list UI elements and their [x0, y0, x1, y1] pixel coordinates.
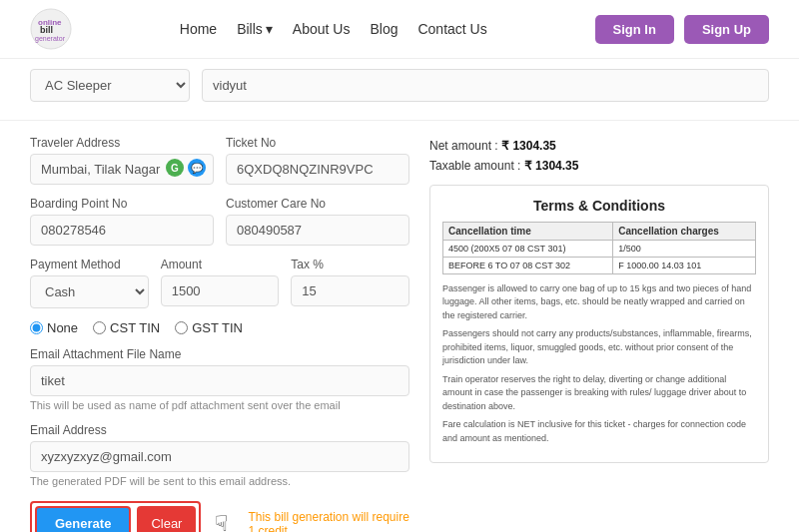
- tax-label: Tax %: [291, 258, 409, 271]
- signin-button[interactable]: Sign In: [595, 15, 674, 44]
- taxable-amount-row: Taxable amount : ₹ 1304.35: [429, 156, 769, 176]
- customer-care-input[interactable]: [226, 215, 409, 246]
- terms-table: Cancellation time Cancellation charges 4…: [442, 222, 756, 274]
- radio-cst-label[interactable]: CST TIN: [93, 320, 160, 335]
- radio-gst[interactable]: [175, 321, 188, 334]
- radio-cst[interactable]: [93, 321, 106, 334]
- logo-area: online bill generator: [30, 8, 72, 50]
- amount-input[interactable]: [161, 275, 280, 306]
- traveler-address-label: Traveler Address: [30, 136, 214, 150]
- email-address-label: Email Address: [30, 423, 409, 437]
- tax-input[interactable]: [291, 275, 409, 306]
- ticket-no-label: Ticket No: [226, 136, 409, 150]
- col-cancellation-time: Cancellation time: [443, 222, 613, 240]
- generate-button[interactable]: Generate: [35, 506, 131, 532]
- net-amount-label: Net amount :: [429, 139, 498, 153]
- address-ticket-row: Traveler Address G 💬 Ticket No: [30, 136, 409, 197]
- header-buttons: Sign In Sign Up: [595, 15, 769, 44]
- whatsapp-icon[interactable]: 💬: [188, 159, 206, 177]
- ticket-input[interactable]: [202, 69, 769, 102]
- customer-care-label: Customer Care No: [226, 197, 409, 211]
- customer-care-field: Customer Care No: [226, 197, 409, 246]
- nav-bills[interactable]: Bills ▾: [237, 21, 273, 37]
- row2-col2: F 1000.00 14.03 101: [613, 257, 756, 273]
- table-row: 4500 (200X5 07 08 CST 301) 1/500: [443, 240, 756, 257]
- top-row: AC Sleeper: [30, 69, 769, 102]
- credit-notice: This bill generation will require 1 cred…: [248, 510, 409, 533]
- button-box: Generate Clear: [30, 501, 201, 532]
- email-address-field: Email Address The generated PDF will be …: [30, 423, 409, 487]
- traveler-addr-wrapper: G 💬: [30, 154, 214, 185]
- addr-icons: G 💬: [166, 159, 206, 177]
- google-maps-icon[interactable]: G: [166, 159, 184, 177]
- cursor-icon: ☟: [215, 511, 228, 533]
- svg-text:bill: bill: [40, 25, 53, 35]
- terms-box: Terms & Conditions Cancellation time Can…: [429, 185, 769, 464]
- table-row: BEFORE 6 TO 07 08 CST 302 F 1000.00 14.0…: [443, 257, 756, 273]
- radio-none[interactable]: [30, 321, 43, 334]
- radio-gst-label[interactable]: GST TIN: [175, 320, 243, 335]
- traveler-address-field: Traveler Address G 💬: [30, 136, 214, 185]
- tin-radio-group: None CST TIN GST TIN: [30, 320, 409, 335]
- email-file-hint: This will be used as name of pdf attachm…: [30, 399, 409, 411]
- net-amount-value: ₹ 1304.35: [501, 139, 556, 153]
- amount-field: Amount: [161, 258, 280, 308]
- boarding-point-field: Boarding Point No: [30, 197, 214, 246]
- ticket-no-field: Ticket No: [226, 136, 409, 185]
- email-file-input[interactable]: [30, 365, 409, 396]
- boarding-care-row: Boarding Point No Customer Care No: [30, 197, 409, 258]
- nav-contact[interactable]: Contact Us: [417, 21, 486, 37]
- logo-icon: online bill generator: [30, 8, 72, 50]
- terms-para-2: Passengers should not carry any products…: [442, 327, 756, 368]
- email-file-field: Email Attachment File Name This will be …: [30, 347, 409, 411]
- boarding-point-label: Boarding Point No: [30, 197, 214, 211]
- nav-links: Home Bills ▾ About Us Blog Contact Us: [180, 21, 487, 37]
- nav-about[interactable]: About Us: [293, 21, 351, 37]
- amount-label: Amount: [161, 258, 280, 271]
- payment-method-label: Payment Method: [30, 258, 149, 271]
- chevron-down-icon: ▾: [266, 21, 273, 37]
- terms-para-3: Train operator reserves the right to del…: [442, 373, 756, 414]
- header: online bill generator Home Bills ▾ About…: [0, 0, 799, 59]
- main-content: Traveler Address G 💬 Ticket No Boarding …: [0, 121, 799, 532]
- email-address-hint: The generated PDF will be sent to this e…: [30, 475, 409, 487]
- signup-button[interactable]: Sign Up: [684, 15, 769, 44]
- row1-col2: 1/500: [613, 240, 756, 257]
- boarding-point-input[interactable]: [30, 215, 214, 246]
- terms-para-4: Fare calculation is NET inclusive for th…: [442, 418, 756, 445]
- row2-col1: BEFORE 6 TO 07 08 CST 302: [443, 257, 613, 273]
- category-select[interactable]: AC Sleeper: [30, 69, 190, 102]
- email-file-label: Email Attachment File Name: [30, 347, 409, 361]
- scrolled-top: AC Sleeper: [0, 59, 799, 121]
- form-section: Traveler Address G 💬 Ticket No Boarding …: [30, 136, 409, 532]
- taxable-amount-label: Taxable amount :: [429, 159, 520, 173]
- svg-text:generator: generator: [35, 35, 66, 43]
- tax-field: Tax %: [291, 258, 409, 308]
- ticket-no-input[interactable]: [226, 154, 409, 185]
- row1-col1: 4500 (200X5 07 08 CST 301): [443, 240, 613, 257]
- col-cancellation-charges: Cancellation charges: [613, 222, 756, 240]
- nav-blog[interactable]: Blog: [370, 21, 398, 37]
- action-row: Generate Clear ☟ This bill generation wi…: [30, 501, 409, 532]
- payment-method-select[interactable]: Cash: [30, 275, 149, 308]
- clear-button[interactable]: Clear: [137, 506, 196, 532]
- radio-none-label[interactable]: None: [30, 320, 78, 335]
- payment-row: Payment Method Cash Amount Tax %: [30, 258, 409, 320]
- payment-method-field: Payment Method Cash: [30, 258, 149, 308]
- terms-para-1: Passenger is allowed to carry one bag of…: [442, 282, 756, 323]
- net-amount-info: Net amount : ₹ 1304.35 Taxable amount : …: [429, 136, 769, 177]
- net-amount-row: Net amount : ₹ 1304.35: [429, 136, 769, 156]
- taxable-amount-value: ₹ 1304.35: [524, 159, 579, 173]
- nav-home[interactable]: Home: [180, 21, 217, 37]
- email-address-input[interactable]: [30, 441, 409, 472]
- preview-section: Net amount : ₹ 1304.35 Taxable amount : …: [429, 136, 769, 532]
- terms-title: Terms & Conditions: [442, 198, 756, 214]
